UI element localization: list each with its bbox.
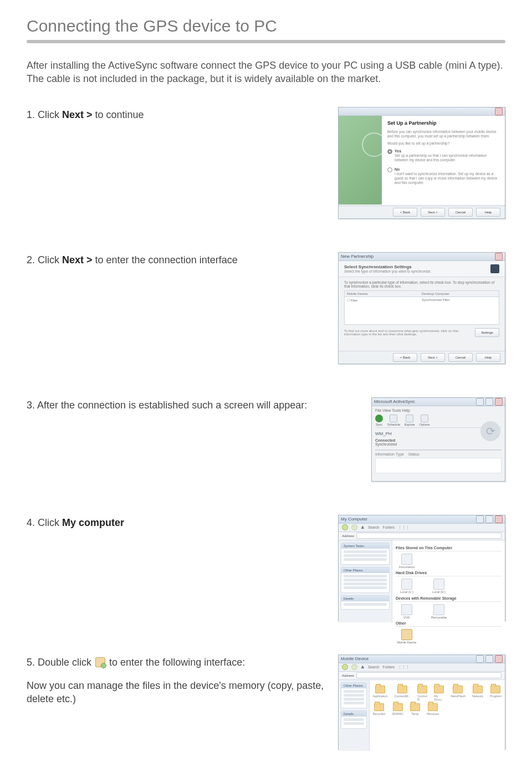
next-button[interactable]: Next > (421, 208, 445, 217)
folder-icon[interactable]: Temp (410, 703, 420, 715)
mobile-device-icon[interactable]: Mobile Device (396, 629, 418, 645)
step-num: 3. (27, 400, 37, 411)
step-pre: Click (38, 254, 62, 265)
folder-icon[interactable]: ConnectM... (394, 686, 411, 701)
step-bold: My computer (62, 517, 124, 528)
status-synced: Synchronized (375, 442, 502, 446)
group-header: Hard Disk Drives (396, 571, 502, 576)
maximize-icon[interactable] (485, 655, 493, 663)
next-button[interactable]: Next > (421, 353, 445, 362)
folder-icon[interactable]: SDMMC (392, 703, 403, 715)
cancel-button[interactable]: Cancel (448, 353, 473, 362)
step-body: After the connection is established such… (37, 400, 307, 411)
menu-bar[interactable]: File View Tools Help (375, 408, 502, 412)
folder-icon[interactable]: Control P... (417, 686, 427, 701)
minimize-icon[interactable] (476, 398, 484, 406)
step-2: 2. Click Next > to enter the connection … (27, 252, 505, 364)
sync-graphic-icon: ⟳ (480, 421, 500, 441)
back-icon[interactable] (342, 524, 348, 530)
close-icon[interactable] (495, 253, 503, 260)
step-3: 3. After the connection is established s… (27, 397, 505, 482)
step-5: 5. Double click to enter the following i… (27, 655, 505, 750)
step-num: 2. (27, 254, 38, 265)
help-button[interactable]: Help (476, 353, 500, 362)
window-titlebar: My Computer (339, 515, 505, 524)
address-bar[interactable]: Address (339, 532, 505, 540)
step-2-text: 2. Click Next > to enter the connection … (27, 252, 327, 267)
schedule-icon[interactable] (390, 415, 397, 422)
options-icon[interactable] (421, 415, 428, 422)
drive-icon[interactable]: Local (C:) (396, 579, 418, 594)
drive-icon[interactable]: Removable (428, 604, 450, 620)
group-header: Other (396, 621, 502, 627)
toolbar-label: Options (420, 423, 430, 426)
radio-no[interactable]: No I don't want to synchronize informati… (387, 167, 499, 187)
screenshot-5: Mobile Device ⯅SearchFolders⋮⋮⋮ Add (338, 655, 505, 750)
folder-icon[interactable]: NandFlash (451, 686, 466, 701)
close-icon[interactable] (495, 398, 503, 406)
step-1-text: 1. Click Next > to continue (27, 107, 327, 121)
folder-icon[interactable]: My Docu... (434, 686, 444, 701)
step-pre: Click (38, 517, 62, 528)
drive-icon[interactable]: DVD (396, 604, 418, 620)
dialog-title-text: New Partnership (341, 254, 374, 259)
maximize-icon[interactable] (485, 515, 493, 523)
forward-icon[interactable] (351, 664, 357, 670)
dialog-banner (339, 116, 382, 205)
list-item[interactable]: Files (351, 299, 358, 302)
minimize-icon[interactable] (476, 655, 484, 663)
step-bold: Next > (62, 109, 95, 120)
close-icon[interactable] (495, 655, 503, 663)
cancel-button[interactable]: Cancel (448, 208, 473, 217)
explore-icon[interactable] (406, 415, 413, 422)
folder-icon[interactable]: Application (373, 686, 388, 701)
explorer-toolbar[interactable]: ⯅SearchFolders⋮⋮⋮ (339, 524, 505, 532)
toolbar-label: Explore (405, 423, 415, 426)
maximize-icon[interactable] (485, 398, 493, 406)
folder-icon[interactable]: Windows (427, 703, 439, 715)
close-icon[interactable] (495, 515, 503, 523)
help-button[interactable]: Help (476, 208, 500, 217)
sync-icon (490, 264, 499, 273)
forward-icon[interactable] (351, 524, 357, 530)
screenshot-1: Set Up a Partnership Before you can sync… (338, 107, 505, 219)
side-panel: System Tasks Other Places Details (339, 540, 392, 622)
sync-icon[interactable] (375, 415, 383, 422)
drive-icon[interactable]: Local (D:) (428, 579, 450, 594)
radio-icon (387, 167, 392, 172)
back-button[interactable]: < Back (393, 208, 417, 217)
empty-list (375, 458, 502, 473)
dialog-heading: Set Up a Partnership (387, 120, 499, 127)
window-title: Microsoft ActiveSync (374, 399, 415, 404)
minimize-icon[interactable] (476, 515, 484, 523)
radio-yes[interactable]: Yes Set up a partnership so that I can s… (387, 149, 499, 165)
dialog-buttons: < Back Next > Cancel Help (339, 206, 505, 218)
folder-icon[interactable]: Program ... (490, 686, 502, 701)
settings-button[interactable]: Settings (475, 328, 499, 337)
window-title: Mobile Device (341, 656, 369, 661)
radio-icon (387, 149, 392, 154)
screenshot-4: My Computer ⯅SearchFolders⋮⋮⋮ Addre (338, 515, 505, 621)
folder-icon[interactable]: Documents (396, 554, 418, 569)
mobile-device-icon (95, 657, 105, 667)
list-header: Information Type Status (375, 450, 502, 458)
folder-icon[interactable]: Recycled (373, 703, 386, 715)
back-icon[interactable] (342, 664, 348, 670)
close-icon[interactable] (495, 108, 503, 115)
step-post: to enter the following interface: (109, 657, 245, 668)
screenshot-2: New Partnership Select Synchronization S… (338, 252, 505, 364)
address-bar[interactable]: Address (339, 672, 505, 680)
title-divider (27, 40, 505, 43)
step-4-text: 4. Click My computer (27, 515, 327, 529)
step-post: to enter the connection interface (95, 254, 238, 265)
explorer-toolbar[interactable]: ⯅SearchFolders⋮⋮⋮ (339, 663, 505, 672)
toolbar-label: Sync (376, 423, 382, 426)
toolbar-label: Schedule (387, 423, 400, 426)
dialog-desc: To synchronize a particular type of info… (344, 280, 499, 288)
group-header: Files Stored on This Computer (396, 546, 502, 551)
folder-icon[interactable]: Network (472, 686, 483, 701)
steps-list: 1. Click Next > to continue Set Up a Par… (27, 107, 505, 750)
dialog-hint: To find out more about and to customize … (344, 329, 472, 336)
step-post: to continue (95, 109, 144, 120)
back-button[interactable]: < Back (393, 353, 417, 362)
